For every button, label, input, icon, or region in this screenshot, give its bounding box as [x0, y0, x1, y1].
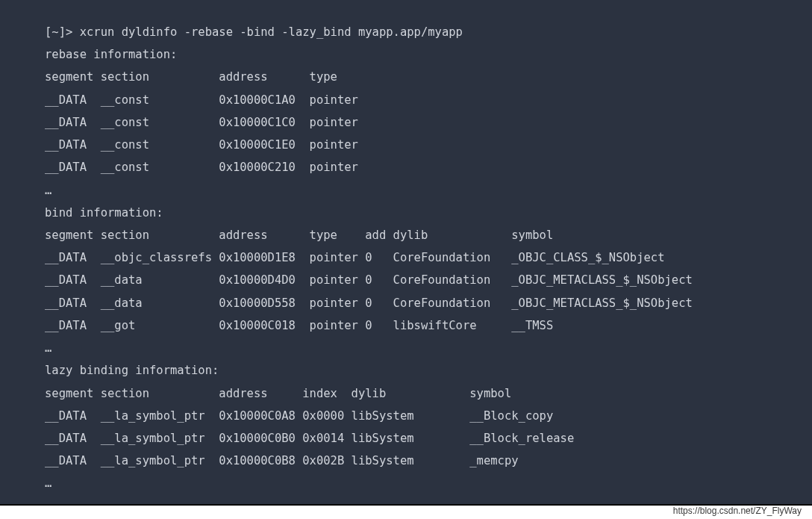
- lazy-row: __DATA __la_symbol_ptr 0x10000C0B0 0x001…: [45, 427, 812, 450]
- lazy-row: __DATA __la_symbol_ptr 0x10000C0B8 0x002…: [45, 450, 812, 472]
- terminal-output: [~]> xcrun dyldinfo -rebase -bind -lazy_…: [45, 21, 812, 495]
- rebase-row: __DATA __const 0x10000C210 pointer: [45, 156, 812, 178]
- rebase-row: __DATA __const 0x10000C1C0 pointer: [45, 111, 812, 134]
- rebase-header: segment section address type: [45, 66, 812, 88]
- lazy-ellipsis: …: [45, 472, 812, 494]
- lazy-header: segment section address index dylib symb…: [45, 382, 812, 405]
- bind-ellipsis: …: [45, 337, 812, 359]
- bind-row: __DATA __got 0x10000C018 pointer 0 libsw…: [45, 314, 812, 337]
- bind-title: bind information:: [45, 202, 812, 224]
- rebase-row: __DATA __const 0x10000C1A0 pointer: [45, 89, 812, 111]
- rebase-row: __DATA __const 0x10000C1E0 pointer: [45, 134, 812, 156]
- rebase-ellipsis: …: [45, 179, 812, 202]
- bind-header: segment section address type add dylib s…: [45, 224, 812, 246]
- watermark: https://blog.csdn.net/ZY_FlyWay: [672, 506, 803, 516]
- rebase-title: rebase information:: [45, 43, 812, 66]
- lazy-title: lazy binding information:: [45, 359, 812, 382]
- bind-row: __DATA __objc_classrefs 0x10000D1E8 poin…: [45, 246, 812, 269]
- bind-row: __DATA __data 0x10000D4D0 pointer 0 Core…: [45, 269, 812, 291]
- command-line: [~]> xcrun dyldinfo -rebase -bind -lazy_…: [45, 21, 812, 43]
- bind-row: __DATA __data 0x10000D558 pointer 0 Core…: [45, 292, 812, 314]
- lazy-row: __DATA __la_symbol_ptr 0x10000C0A8 0x000…: [45, 405, 812, 427]
